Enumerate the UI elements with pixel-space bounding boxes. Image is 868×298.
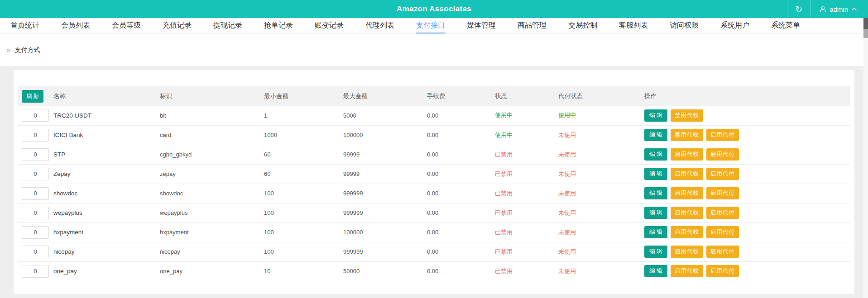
toggle-button[interactable]: 启用代付 — [706, 265, 739, 277]
min-amount-cell: 1 — [260, 106, 340, 125]
max-amount-cell: 5000 — [340, 106, 423, 125]
status-text: 未使用 — [558, 229, 576, 236]
toggle-button[interactable]: 启用代付 — [706, 168, 739, 180]
status-cell: 使用中 — [491, 125, 555, 145]
pay-status-cell: 未使用 — [555, 261, 641, 281]
nav-item-6[interactable]: 账变记录 — [314, 18, 344, 33]
payment-table-card: 刷新 名称标识最小金额最大金额手续费状态代付状态操作 TRC20-USDTbit… — [14, 70, 854, 294]
sort-input[interactable] — [22, 148, 49, 161]
header-actions: ↻ admin — [787, 0, 868, 18]
pay-status-cell: 未使用 — [555, 145, 641, 164]
status-text: 未使用 — [558, 190, 576, 197]
code-cell: zepay — [156, 164, 260, 184]
nav-item-13[interactable]: 访问权限 — [669, 18, 699, 33]
status-text: 未使用 — [558, 132, 576, 138]
refresh-icon[interactable]: ↻ — [787, 0, 810, 18]
user-menu[interactable]: admin — [810, 0, 868, 18]
scrollbar-thumb[interactable] — [863, 18, 868, 29]
toggle-button[interactable]: 启用代收 — [671, 265, 703, 277]
min-amount-cell: 60 — [260, 145, 340, 164]
sort-input[interactable] — [22, 265, 49, 278]
code-cell: hxpayment — [156, 222, 260, 242]
min-amount-cell: 100 — [260, 242, 340, 261]
table-row: nicepaynicepay1009999990.00已禁用未使用编辑启用代收启… — [18, 242, 850, 261]
edit-button[interactable]: 编辑 — [644, 226, 667, 238]
nav-item-3[interactable]: 充值记录 — [162, 18, 192, 33]
nav-item-0[interactable]: 首页统计 — [10, 18, 40, 33]
toggle-button[interactable]: 启用代收 — [671, 246, 703, 258]
sort-input[interactable] — [22, 226, 49, 239]
table-row: hxpaymenthxpayment1001000000.00已禁用未使用编辑启… — [18, 222, 850, 242]
nav-item-7[interactable]: 代理列表 — [365, 18, 395, 33]
name-cell: showdoc — [50, 184, 156, 203]
edit-button[interactable]: 编辑 — [644, 246, 667, 258]
edit-button[interactable]: 编辑 — [644, 265, 667, 277]
column-header: 名称 — [50, 86, 156, 106]
toggle-button[interactable]: 禁用代收 — [671, 109, 703, 122]
pay-status-cell: 未使用 — [555, 125, 641, 145]
toggle-button[interactable]: 启用代付 — [706, 207, 739, 219]
edit-button[interactable]: 编辑 — [644, 207, 667, 219]
toggle-button[interactable]: 启用代收 — [671, 168, 703, 180]
sort-input[interactable] — [22, 246, 49, 258]
code-cell: showdoc — [156, 184, 260, 203]
name-cell: wepayplus — [50, 203, 156, 222]
min-amount-cell: 60 — [260, 164, 340, 184]
nav-item-8[interactable]: 支付接口 — [416, 18, 446, 33]
toggle-button[interactable]: 禁用代收 — [671, 129, 703, 141]
toggle-button[interactable]: 启用代收 — [671, 148, 703, 161]
edit-button[interactable]: 编辑 — [644, 187, 667, 199]
nav-item-10[interactable]: 商品管理 — [517, 18, 547, 33]
sort-input[interactable] — [22, 109, 49, 122]
column-header: 最大金额 — [340, 86, 423, 106]
nav-item-1[interactable]: 会员列表 — [61, 18, 91, 33]
toggle-button[interactable]: 启用代付 — [706, 246, 739, 258]
status-text: 未使用 — [558, 248, 576, 255]
actions-cell: 编辑启用代收启用代付 — [641, 203, 850, 222]
max-amount-cell: 99999 — [340, 164, 423, 184]
status-cell: 使用中 — [491, 106, 555, 125]
main-nav: 首页统计会员列表会员等级充值记录提现记录抢单记录账变记录代理列表支付接口媒体管理… — [0, 18, 868, 34]
toggle-button[interactable]: 启用代收 — [671, 207, 703, 219]
nav-item-5[interactable]: 抢单记录 — [264, 18, 293, 33]
max-amount-cell: 99999 — [340, 145, 423, 164]
sort-input[interactable] — [22, 207, 49, 219]
toggle-button[interactable]: 启用代收 — [671, 226, 703, 238]
scrollbar[interactable] — [863, 18, 868, 298]
edit-button[interactable]: 编辑 — [644, 109, 667, 122]
column-header: 状态 — [491, 86, 555, 106]
nav-item-9[interactable]: 媒体管理 — [466, 18, 496, 33]
sort-input[interactable] — [22, 168, 49, 180]
nav-item-15[interactable]: 系统菜单 — [771, 18, 801, 33]
sort-cell — [18, 184, 50, 203]
status-cell: 已禁用 — [491, 184, 555, 203]
breadcrumb-chevrons-icon: » — [6, 46, 10, 54]
status-text: 已禁用 — [495, 229, 513, 236]
nav-item-2[interactable]: 会员等级 — [111, 18, 141, 33]
toggle-button[interactable]: 启用代付 — [706, 187, 739, 199]
min-amount-cell: 100 — [260, 203, 340, 222]
edit-button[interactable]: 编辑 — [644, 129, 667, 141]
status-cell: 已禁用 — [491, 145, 555, 164]
toggle-button[interactable]: 启用代付 — [706, 226, 739, 238]
refresh-button[interactable]: 刷新 — [22, 90, 43, 103]
sort-input[interactable] — [22, 129, 49, 142]
nav-item-11[interactable]: 交易控制 — [568, 18, 598, 33]
chevron-up-icon — [851, 7, 857, 11]
edit-button[interactable]: 编辑 — [644, 148, 667, 161]
nav-item-4[interactable]: 提现记录 — [213, 18, 243, 33]
toggle-button[interactable]: 启用代付 — [706, 148, 739, 161]
toggle-button[interactable]: 启用代收 — [671, 187, 703, 199]
table-row: showdocshowdoc1009999990.00已禁用未使用编辑启用代收启… — [18, 184, 850, 203]
breadcrumb-label: 支付方式 — [14, 46, 40, 54]
pay-status-cell: 未使用 — [555, 242, 641, 261]
nav-item-12[interactable]: 客服列表 — [619, 18, 648, 33]
nav-item-14[interactable]: 系统用户 — [720, 18, 750, 33]
toggle-button[interactable]: 启用代付 — [706, 129, 739, 141]
code-cell: card — [156, 125, 260, 145]
actions-cell: 编辑启用代收启用代付 — [641, 164, 850, 184]
sort-input[interactable] — [22, 187, 49, 200]
edit-button[interactable]: 编辑 — [644, 168, 667, 180]
max-amount-cell: 999999 — [340, 203, 423, 222]
actions-cell: 编辑禁用代收 — [641, 106, 850, 125]
